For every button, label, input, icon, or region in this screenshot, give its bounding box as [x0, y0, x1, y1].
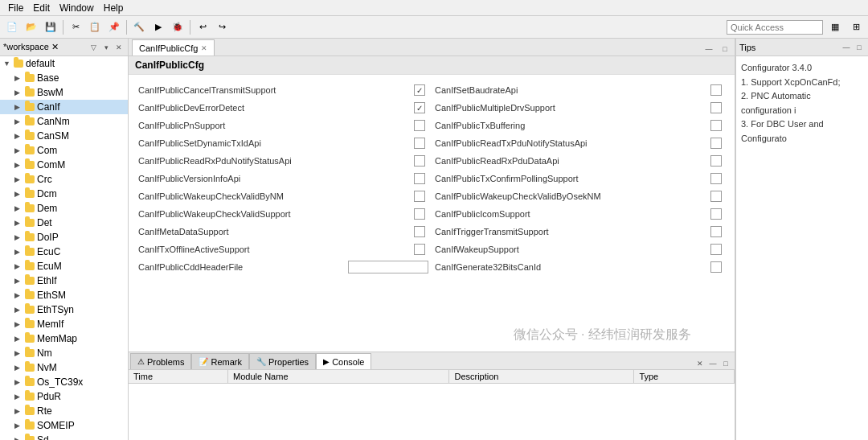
folder-icon	[24, 434, 35, 440]
toolbar-debug-btn[interactable]: 🐞	[169, 19, 186, 36]
menu-help[interactable]: Help	[99, 2, 129, 14]
menu-edit[interactable]: Edit	[28, 2, 55, 14]
tree-item[interactable]: ▶Crc	[0, 172, 128, 187]
config-checkbox[interactable]	[414, 173, 425, 184]
tree-item[interactable]: ▶BswM	[0, 85, 128, 100]
tree-item-label: default	[26, 58, 55, 69]
bottom-tab-remark[interactable]: 📝Remark	[191, 353, 249, 369]
canif-public-cfg-tab[interactable]: CanIfPublicCfg ✕	[132, 39, 215, 56]
toolbar-undo-btn[interactable]: ↩	[194, 19, 211, 36]
toolbar-new-btn[interactable]: 📄	[3, 19, 21, 36]
toolbar-redo-btn[interactable]: ↪	[213, 19, 231, 36]
config-checkbox[interactable]	[414, 226, 425, 237]
config-checkbox[interactable]	[710, 138, 722, 149]
tab-close-btn[interactable]: ✕	[201, 44, 207, 52]
tree-item[interactable]: ▶EthSM	[0, 288, 128, 302]
toolbar-run-btn[interactable]: ▶	[149, 19, 167, 36]
config-checkbox[interactable]	[414, 84, 425, 96]
tree-item[interactable]: ▶MemIf	[0, 317, 128, 331]
tree-item[interactable]: ▶EthTSyn	[0, 302, 128, 317]
tips-max-btn[interactable]: □	[854, 42, 865, 53]
config-label: CanIfPublicWakeupCheckValidByNM	[138, 191, 414, 201]
tab-label: CanIfPublicCfg	[139, 43, 198, 53]
tree-item[interactable]: ▶MemMap	[0, 331, 128, 346]
config-checkbox[interactable]	[710, 155, 722, 167]
menu-window[interactable]: Window	[55, 2, 99, 14]
tree-item[interactable]: ▶Dem	[0, 201, 128, 216]
config-checkbox[interactable]	[710, 173, 722, 184]
config-checkbox[interactable]	[414, 120, 425, 131]
toolbar-view-btn[interactable]: ⊞	[847, 19, 865, 36]
tree-item[interactable]: ▶NvM	[0, 360, 128, 375]
tree-item[interactable]: ▶Os_TC39x	[0, 375, 128, 389]
workspace-menu-btn[interactable]: ▾	[100, 42, 112, 53]
config-checkbox[interactable]	[710, 102, 722, 113]
tree-item[interactable]: ▶CanSM	[0, 129, 128, 143]
bottom-max-btn[interactable]: □	[720, 358, 731, 369]
config-text-input[interactable]	[348, 261, 428, 273]
table-header: Description	[449, 370, 634, 384]
tree-toggle: ▶	[14, 407, 24, 415]
workspace-close-btn[interactable]: ✕	[113, 42, 125, 53]
folder-icon	[24, 347, 35, 359]
config-checkbox[interactable]	[414, 155, 425, 167]
config-checkbox[interactable]	[710, 226, 722, 237]
tree-item[interactable]: ▶SOMEIP	[0, 418, 128, 433]
config-checkbox[interactable]	[710, 191, 722, 202]
config-checkbox[interactable]	[414, 191, 425, 202]
bottom-close-btn[interactable]: ✕	[694, 358, 706, 369]
tree-item[interactable]: ▶Base	[0, 71, 128, 85]
tree-item[interactable]: ▶CanNm	[0, 114, 128, 129]
tree-item[interactable]: ▶EcuM	[0, 259, 128, 273]
quick-access-input[interactable]	[727, 20, 823, 35]
toolbar-save-btn[interactable]: 💾	[42, 19, 59, 36]
toolbar-layout-btn[interactable]: ▦	[826, 19, 844, 36]
config-checkbox[interactable]	[710, 208, 722, 220]
tree-toggle: ▶	[14, 74, 24, 82]
bottom-tab-problems[interactable]: ⚠Problems	[130, 353, 191, 369]
tree-item[interactable]: ▶Nm	[0, 346, 128, 360]
toolbar-paste-btn[interactable]: 📌	[105, 19, 123, 36]
config-checkbox[interactable]	[710, 120, 722, 131]
config-checkbox[interactable]	[414, 208, 425, 220]
tree-item[interactable]: ▶DoIP	[0, 230, 128, 245]
menu-file[interactable]: File	[3, 2, 28, 14]
bottom-tab-properties[interactable]: 🔧Properties	[249, 353, 316, 369]
tree-item[interactable]: ▶PduR	[0, 389, 128, 404]
config-row-right: CanIfPublicMultipleDrvSupport	[432, 99, 728, 117]
toolbar-copy-btn[interactable]: 📋	[86, 19, 104, 36]
config-checkbox[interactable]	[710, 244, 722, 255]
folder-icon	[13, 58, 24, 69]
toolbar-open-btn[interactable]: 📂	[23, 19, 40, 36]
config-checkbox[interactable]	[414, 138, 425, 149]
tree-item[interactable]: ▶Rte	[0, 404, 128, 418]
tree-item[interactable]: ▶Dcm	[0, 187, 128, 201]
tree-item[interactable]: ▶EcuC	[0, 245, 128, 259]
tips-min-btn[interactable]: —	[841, 42, 852, 53]
center-max-btn[interactable]: □	[719, 43, 731, 56]
tree-item[interactable]: ▼default	[0, 56, 128, 71]
config-checkbox[interactable]	[710, 261, 722, 273]
config-label: CanIfPublicReadRxPduNotifyStatusApi	[138, 156, 414, 166]
tree-item[interactable]: ▶Sd	[0, 433, 128, 440]
tree-item[interactable]: ▶Det	[0, 216, 128, 230]
tree-item[interactable]: ▶EthIf	[0, 273, 128, 288]
config-checkbox[interactable]	[414, 102, 425, 113]
tree-item[interactable]: ▶ComM	[0, 158, 128, 172]
config-checkbox[interactable]	[710, 84, 722, 96]
toolbar-build-btn[interactable]: 🔨	[130, 19, 148, 36]
config-checkbox[interactable]	[414, 244, 425, 255]
tree-item[interactable]: ▶CanIf	[0, 100, 128, 114]
bottom-tab-console[interactable]: ▶Console	[316, 353, 371, 369]
toolbar-cut-btn[interactable]: ✂	[67, 19, 84, 36]
tree-item-label: Sd	[37, 434, 49, 440]
tree-item[interactable]: ▶Com	[0, 143, 128, 158]
workspace-collapse-btn[interactable]: ▽	[88, 42, 99, 53]
folder-icon	[24, 101, 35, 113]
tree-item-label: DoIP	[37, 232, 59, 243]
center-tab-bar: CanIfPublicCfg ✕ — □	[129, 39, 735, 56]
bottom-min-btn[interactable]: —	[707, 358, 719, 369]
tree-toggle: ▶	[14, 291, 24, 299]
center-min-btn[interactable]: —	[702, 43, 715, 56]
workspace-title: *workspace ✕	[3, 42, 59, 52]
